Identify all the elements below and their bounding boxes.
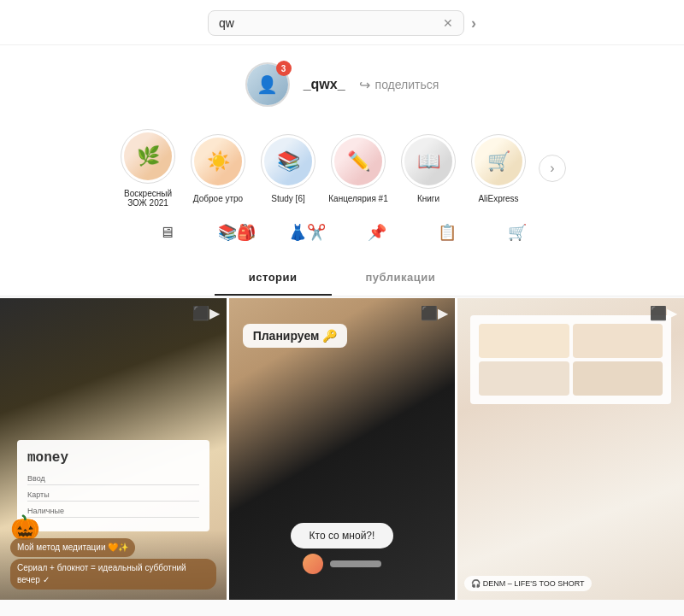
chat-avatar-circle xyxy=(303,554,323,574)
tab-stories[interactable]: истории xyxy=(215,261,332,296)
post-2-media-icon: ⬛▶ xyxy=(421,305,448,321)
post-bg-1: money Ввод Карты Наличные 🎃 Мой метод ме… xyxy=(0,298,227,600)
notification-badge: 3 xyxy=(276,61,292,76)
share-icon: ↪ xyxy=(359,77,370,93)
icon-cell-4[interactable]: 📌 xyxy=(347,223,407,242)
chat-bubble: Кто со мной?! xyxy=(291,523,393,549)
profile-section: 👤 3 _qwx_ ↪ поделиться 🌿 Воскресный ЗОЖ … xyxy=(0,45,684,261)
highlight-label-6: AliExpress xyxy=(478,194,518,203)
posts-grid: money Ввод Карты Наличные 🎃 Мой метод ме… xyxy=(0,298,684,600)
search-bar: ✕ › xyxy=(0,0,684,45)
highlight-label-5: Книги xyxy=(417,194,439,203)
post-bg-2: Планируем 🔑 Кто со мной?! ⬛▶ xyxy=(229,298,456,600)
post-overlay-1: Мой метод медитации 🧡✨ Сериал + блокнот … xyxy=(0,530,227,600)
post-text-meditation: Мой метод медитации 🧡✨ xyxy=(10,538,135,557)
planner-visual xyxy=(470,315,671,404)
highlight-circle-2: ☀️ xyxy=(191,134,245,189)
highlight-inner-4: ✏️ xyxy=(334,138,382,185)
highlight-inner-2: ☀️ xyxy=(194,138,242,185)
highlight-item-4[interactable]: ✏️ Канцелярия #1 xyxy=(328,134,388,203)
highlight-label-1: Воскресный ЗОЖ 2021 xyxy=(118,189,178,208)
highlight-item-3[interactable]: 📚 Study [6] xyxy=(258,134,318,203)
avatar-wrapper[interactable]: 👤 3 xyxy=(245,62,290,107)
highlight-inner-5: 📖 xyxy=(404,138,452,185)
highlight-item-5[interactable]: 📖 Книги xyxy=(398,134,458,203)
highlight-circle-5: 📖 xyxy=(401,134,456,189)
post-1-media-icon: ⬛▶ xyxy=(192,305,220,321)
chat-avatar-bar xyxy=(330,560,381,567)
post-item-1[interactable]: money Ввод Карты Наличные 🎃 Мой метод ме… xyxy=(0,298,227,600)
icon-cell-1[interactable]: 🖥 xyxy=(137,223,197,242)
highlight-inner-3: 📚 xyxy=(264,138,312,185)
search-container: ✕ xyxy=(208,10,464,36)
username: _qwx_ xyxy=(304,77,345,92)
highlight-item-1[interactable]: 🌿 Воскресный ЗОЖ 2021 xyxy=(118,129,178,208)
search-clear-button[interactable]: ✕ xyxy=(443,16,453,30)
highlights-section: 🌿 Воскресный ЗОЖ 2021 ☀️ Доброе утро 📚 S… xyxy=(101,120,583,216)
search-submit-button[interactable]: › xyxy=(471,15,476,32)
chat-avatar-row xyxy=(303,554,381,574)
icon-row: 🖥 📚🎒 👗✂️ 📌 📋 🛒 xyxy=(120,216,564,252)
planning-badge: Планируем 🔑 xyxy=(243,324,348,348)
icon-cell-2[interactable]: 📚🎒 xyxy=(207,223,267,242)
share-button[interactable]: ↪ поделиться xyxy=(359,77,439,93)
post-item-3[interactable]: 🎧 DENM – LIFE'S TOO SHORT ⬛▶ xyxy=(457,298,684,600)
post-3-media-icon: ⬛▶ xyxy=(650,305,677,321)
notebook-title: money xyxy=(27,450,199,466)
highlight-circle-3: 📚 xyxy=(261,134,315,189)
highlight-label-4: Канцелярия #1 xyxy=(328,194,387,203)
highlight-label-3: Study [6] xyxy=(271,194,304,203)
highlight-inner-1: 🌿 xyxy=(124,132,172,180)
highlight-label-2: Доброе утро xyxy=(193,194,243,203)
post-bg-3: 🎧 DENM – LIFE'S TOO SHORT ⬛▶ xyxy=(457,298,684,600)
profile-header: 👤 3 _qwx_ ↪ поделиться xyxy=(245,62,439,107)
highlight-circle-6: 🛒 xyxy=(471,134,526,189)
notebook-line-1: Ввод xyxy=(27,472,199,485)
tab-publications[interactable]: публикации xyxy=(332,261,470,296)
highlight-inner-6: 🛒 xyxy=(475,138,522,185)
highlight-circle-4: ✏️ xyxy=(331,134,386,189)
notebook-visual: money Ввод Карты Наличные xyxy=(17,440,209,531)
notebook-line-3: Наличные xyxy=(27,505,199,518)
tabs-section: истории публикации xyxy=(0,261,684,296)
icon-cell-6[interactable]: 🛒 xyxy=(487,223,547,242)
music-badge: 🎧 DENM – LIFE'S TOO SHORT xyxy=(464,576,591,591)
share-label: поделиться xyxy=(375,78,439,91)
highlight-item-6[interactable]: 🛒 AliExpress xyxy=(469,134,528,203)
post-item-2[interactable]: Планируем 🔑 Кто со мной?! ⬛▶ xyxy=(229,298,456,600)
highlights-next-button[interactable]: › xyxy=(539,155,566,182)
icon-cell-5[interactable]: 📋 xyxy=(417,223,477,242)
post-text-evening: Сериал + блокнот = идеальный субботний в… xyxy=(10,559,216,590)
highlight-circle-1: 🌿 xyxy=(121,129,175,184)
notebook-line-2: Карты xyxy=(27,489,199,502)
icon-cell-3[interactable]: 👗✂️ xyxy=(277,223,337,242)
highlight-item-2[interactable]: ☀️ Доброе утро xyxy=(188,134,248,203)
search-input[interactable] xyxy=(219,16,436,30)
